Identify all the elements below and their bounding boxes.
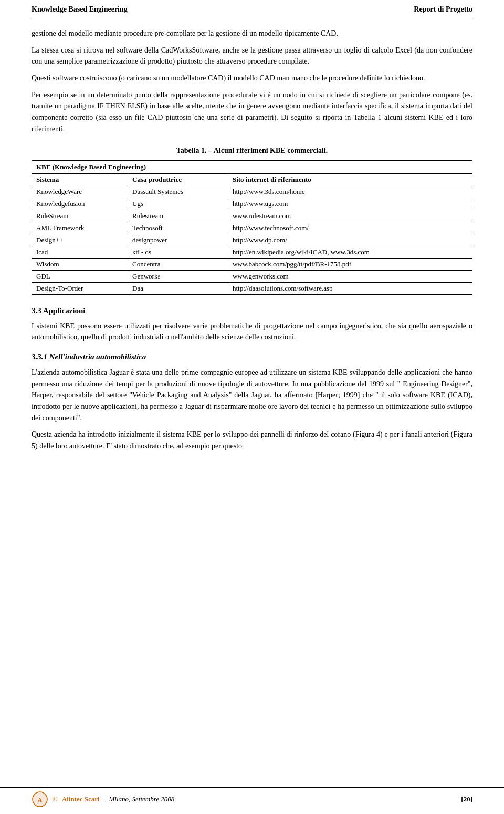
svg-text:A: A — [38, 797, 42, 803]
table-cell: Knowledgefusion — [32, 198, 128, 210]
table-cell: Wisdom — [32, 258, 128, 270]
table-cell: GDL — [32, 270, 128, 282]
page-footer: A © Alintec Scarl – Milano, Settembre 20… — [0, 787, 504, 808]
table-title: KBE (Knowledge Based Engineering) — [32, 160, 472, 173]
table-row: WisdomConcentrawww.babcock.com/pgg/tt/pd… — [32, 258, 472, 270]
table-cell: Dassault Systemes — [128, 186, 228, 198]
table-row: RuleStreamRulestreamwww.rulestream.com — [32, 210, 472, 222]
table-row: Icadkti - dshttp://en.wikipedia.org/wiki… — [32, 246, 472, 258]
footer-left: A © Alintec Scarl – Milano, Settembre 20… — [32, 791, 174, 808]
table-cell: AML Framework — [32, 222, 128, 234]
kbe-table: KBE (Knowledge Based Engineering) Sistem… — [32, 160, 472, 295]
table-row: GDLGenworkswww.genworks.com — [32, 270, 472, 282]
header-left: Knowledge Based Engineering — [32, 5, 128, 14]
table-cell: Icad — [32, 246, 128, 258]
table-cell: http://www.technosoft.com/ — [228, 222, 472, 234]
table-row: KnowledgeWareDassault Systemeshttp://www… — [32, 186, 472, 198]
table-cell: Concentra — [128, 258, 228, 270]
paragraph-2: La stessa cosa si ritrova nel software d… — [32, 45, 472, 67]
table-cell: http://en.wikipedia.org/wiki/ICAD, www.3… — [228, 246, 472, 258]
col-header-sistema: Sistema — [32, 173, 128, 186]
col-header-casa: Casa produttrice — [128, 173, 228, 186]
subsection-331-heading: 3.3.1 Nell'industria automobilistica — [32, 353, 472, 362]
table-header-row: Sistema Casa produttrice Sito internet d… — [32, 173, 472, 186]
table-cell: www.rulestream.com — [228, 210, 472, 222]
section-33-paragraph2: L'azienda automobilistica Jaguar è stata… — [32, 367, 472, 424]
paragraph-3: Questi software costruiscono (o caricano… — [32, 73, 472, 84]
table-cell: Technosoft — [128, 222, 228, 234]
table-row: Design-To-OrderDaahttp://daasolutions.co… — [32, 282, 472, 294]
copyright-symbol: © — [52, 795, 58, 803]
table-row: Design++designpowerhttp://www.dp.com/ — [32, 234, 472, 246]
table-cell: Genworks — [128, 270, 228, 282]
table-row: KnowledgefusionUgshttp://www.ugs.com — [32, 198, 472, 210]
table-cell: http://daasolutions.com/software.asp — [228, 282, 472, 294]
table-cell: kti - ds — [128, 246, 228, 258]
table-cell: Daa — [128, 282, 228, 294]
paragraph-4: Per esempio se in un determinato punto d… — [32, 89, 472, 135]
table-cell: designpower — [128, 234, 228, 246]
table-caption: Tabella 1. – Alcuni riferimeni KBE comme… — [32, 147, 472, 155]
table-cell: Rulestream — [128, 210, 228, 222]
table-cell: http://www.3ds.com/home — [228, 186, 472, 198]
table-row: AML FrameworkTechnosofthttp://www.techno… — [32, 222, 472, 234]
table-cell: www.genworks.com — [228, 270, 472, 282]
table-cell: Design++ — [32, 234, 128, 246]
company-name: Alintec Scarl — [62, 795, 100, 803]
table-cell: RuleStream — [32, 210, 128, 222]
section-33-paragraph3: Questa azienda ha introdotto inizialment… — [32, 429, 472, 451]
table-cell: www.babcock.com/pgg/tt/pdf/BR-1758.pdf — [228, 258, 472, 270]
col-header-sito: Sito internet di riferimento — [228, 173, 472, 186]
table-cell: http://www.ugs.com — [228, 198, 472, 210]
header-right: Report di Progetto — [414, 5, 472, 14]
page: Knowledge Based Engineering Report di Pr… — [0, 0, 504, 814]
section-33-heading: 3.3 Applicazioni — [32, 306, 472, 315]
page-number: [20] — [461, 795, 472, 803]
table-title-row: KBE (Knowledge Based Engineering) — [32, 160, 472, 173]
table-cell: KnowledgeWare — [32, 186, 128, 198]
footer-info: – Milano, Settembre 2008 — [104, 795, 175, 803]
table-cell: Design-To-Order — [32, 282, 128, 294]
section-33-paragraph1: I sistemi KBE possono essere utilizzati … — [32, 321, 472, 343]
alintec-logo: A — [32, 791, 48, 808]
paragraph-1: gestione del modello mediante procedure … — [32, 28, 472, 39]
table-cell: http://www.dp.com/ — [228, 234, 472, 246]
page-header: Knowledge Based Engineering Report di Pr… — [32, 0, 472, 18]
table-cell: Ugs — [128, 198, 228, 210]
